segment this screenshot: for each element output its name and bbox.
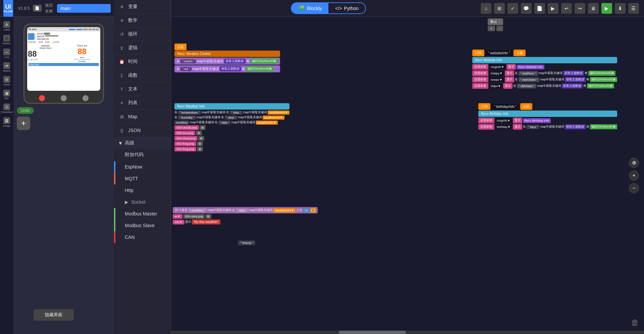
logo-ui-text: Ui xyxy=(5,4,11,10)
project-name-input[interactable] xyxy=(57,4,111,13)
image-row-002foog1: 002-foog.png ⊞ xyxy=(174,141,289,146)
recv-website-info[interactable]: Recv Website Info xyxy=(472,57,617,63)
text-icon: T xyxy=(118,85,125,93)
category-text[interactable]: T 文本 xyxy=(114,82,171,96)
category-loop[interactable]: ↺ 循环 xyxy=(114,27,171,41)
blockly-mode-button[interactable]: 🧩 Blockly xyxy=(291,3,328,13)
msginfo-row: 设置标签 msginfo▼ 显示 Recv Website Info xyxy=(472,64,617,70)
days-num: 88 xyxy=(64,47,100,56)
device-btn-2[interactable] xyxy=(61,95,67,101)
plus-block[interactable]: + xyxy=(488,26,495,31)
sidebar-item-bar[interactable]: ▦ Bar xyxy=(2,89,11,101)
device-buttons xyxy=(24,93,103,103)
math-icon: ✕ xyxy=(118,17,125,24)
doc-icon[interactable]: 📄 xyxy=(534,3,545,14)
list-icon: ≡ xyxy=(118,99,125,107)
main-topic: 主题 xyxy=(514,50,526,56)
device-btn-1[interactable] xyxy=(39,95,45,101)
sidebar-item-switch[interactable]: ⇌ Switch xyxy=(2,61,12,73)
subcategory-can[interactable]: CAN xyxy=(114,231,171,243)
export-icon[interactable]: ⊞ xyxy=(494,3,505,14)
home-icon[interactable]: ⌂ xyxy=(481,3,491,14)
subcategory-modbus-master[interactable]: Modbus Master xyxy=(114,208,171,220)
category-function-label: 函数 xyxy=(128,72,138,78)
recv-weather-info[interactable]: Recv Weather Info xyxy=(174,103,289,110)
screen-icon[interactable]: 🖥 xyxy=(588,3,599,14)
category-list[interactable]: ≡ 列表 xyxy=(114,96,171,110)
subcategory-code[interactable]: 附加代码 xyxy=(114,149,171,161)
block-group-birthday: 订阅 " birthday/info " 主题 Recv Birthday In… xyxy=(478,103,617,130)
category-math[interactable]: ✕ 数学 xyxy=(114,14,171,27)
subcategory-espnow[interactable]: EspNow xyxy=(114,161,171,173)
encode-python-1[interactable]: 编码为Python对象 xyxy=(250,59,278,64)
h-scrollbar[interactable] xyxy=(171,331,644,334)
redo-icon[interactable]: ↪ xyxy=(575,3,585,14)
variable-icon: ≋ xyxy=(118,3,125,10)
chat-icon[interactable]: 💬 xyxy=(521,3,532,14)
top-toolbar: 🧩 Blockly </> Python ⌂ ⊞ ✓ 💬 📄 ▶ ↩ ↪ 🖥 ▶… xyxy=(171,0,644,17)
category-map[interactable]: ⊞ Map xyxy=(114,110,171,124)
image-row-004cloud: 004-cloud.png ⊞ xyxy=(174,136,289,141)
units-badge: Units xyxy=(17,107,34,114)
subcategory-modbus-slave[interactable]: Modbus Slave xyxy=(114,220,171,231)
main-label-1: 主题 xyxy=(177,45,184,49)
main-canvas[interactable]: 🧩 Blockly </> Python ⌂ ⊞ ✓ 💬 📄 ▶ ↩ ↪ 🖥 ▶… xyxy=(171,0,644,334)
trash-icon[interactable]: 🗑 xyxy=(631,318,639,327)
device-btn-3[interactable] xyxy=(83,95,89,101)
zoom-out-button[interactable]: − xyxy=(629,183,639,193)
zoom-in-button[interactable]: + xyxy=(629,171,639,181)
set-block-row: 在 " set " map中获取关键词 获取主题数据 将 编码为Python对象 xyxy=(174,65,280,72)
recv-birthday-info[interactable]: Recv Birthday Info xyxy=(478,111,617,117)
demo-icon[interactable]: ▶ xyxy=(548,3,558,14)
run-icon[interactable]: ▶ xyxy=(601,3,612,14)
category-variable[interactable]: ≋ 变量 xyxy=(114,0,171,14)
advanced-header[interactable]: ▼ 高级 xyxy=(114,137,171,149)
subcategory-socket[interactable]: ▶ Socket xyxy=(114,196,171,208)
fee-info: FeeInfo: 8.88 8.88 🌙8.88 xyxy=(28,41,100,44)
rain-calc-row: 雨 计算在 " condition " map中获取关键词 在 " data "… xyxy=(173,207,318,213)
set-val: " set " xyxy=(180,67,192,71)
image-row-006sun: 006-sun.png ⊞ xyxy=(174,131,289,135)
recv-vibration-block[interactable]: Recv Vibration Control xyxy=(174,51,280,57)
verify-icon[interactable]: ✓ xyxy=(507,3,518,14)
zoom-controls: ⊕ + − xyxy=(629,158,639,193)
add-unit-button[interactable]: + xyxy=(17,117,30,130)
minus-block[interactable]: - xyxy=(496,26,503,31)
sidebar-icons: A Label ⬛ Button — Line ⇌ Switch ⊟ Slide… xyxy=(0,17,13,334)
sidebar-item-button[interactable]: ⬛ Button xyxy=(2,34,11,46)
menu-icon[interactable]: ☰ xyxy=(628,3,639,14)
sidebar-item-image[interactable]: 🖼 Image xyxy=(2,116,11,128)
puzzle-icon: 🧩 xyxy=(298,5,305,11)
sidebar-item-line[interactable]: — Line xyxy=(2,48,11,60)
subscribe-block-2: 订阅 xyxy=(478,103,490,110)
mqtt-label: MQTT xyxy=(125,176,138,181)
category-time[interactable]: ⏰ 时间 xyxy=(114,55,171,69)
python-label: Python xyxy=(344,6,359,11)
zoom-fit-button[interactable]: ⊕ xyxy=(629,158,639,168)
json-icon: {} xyxy=(118,127,125,134)
temperature-row: 在 " temperature " map中获取关键词 在 " data " m… xyxy=(174,110,289,115)
line-icon-text: Line xyxy=(4,56,9,59)
category-logic[interactable]: ⊻ 逻辑 xyxy=(114,41,171,55)
category-json[interactable]: {} JSON xyxy=(114,124,171,137)
encode-python-2[interactable]: 编码为Python对象 xyxy=(246,66,274,71)
bar-icon: ▦ xyxy=(3,90,10,96)
espnow-label: EspNow xyxy=(125,164,142,170)
subcategory-http[interactable]: Http xyxy=(114,185,171,196)
subcategory-mqtt[interactable]: MQTT xyxy=(114,173,171,185)
category-function[interactable]: Σ 函数 xyxy=(114,69,171,82)
modbus-slave-label: Modbus Slave xyxy=(125,223,155,228)
rainy-row: er▼ 005-rainy.png ⊞ xyxy=(173,214,318,219)
hide-interface-button[interactable]: 隐藏界面 xyxy=(34,309,74,321)
undo-icon[interactable]: ↩ xyxy=(561,3,572,14)
humidity-row: 在 " humidity " map中获取关键词 在 " data " map中… xyxy=(174,115,289,120)
h-scrollbar-thumb[interactable] xyxy=(339,331,406,334)
python-mode-button[interactable]: </> Python xyxy=(328,3,365,13)
sidebar-item-checkbox[interactable]: ☑ Checkbox xyxy=(0,103,14,115)
sidebar-item-label[interactable]: A Label xyxy=(2,20,11,32)
download-icon[interactable]: ⬇ xyxy=(615,3,626,14)
get-main-data-1[interactable]: 获取主题数据 xyxy=(224,59,246,64)
get-main-data-2[interactable]: 获取主题数据 xyxy=(220,66,241,71)
condition-row: condition map中获取关键词 在 " data " map中获取关键词… xyxy=(174,120,289,125)
sidebar-item-slider[interactable]: ⊟ Slider xyxy=(2,75,11,87)
